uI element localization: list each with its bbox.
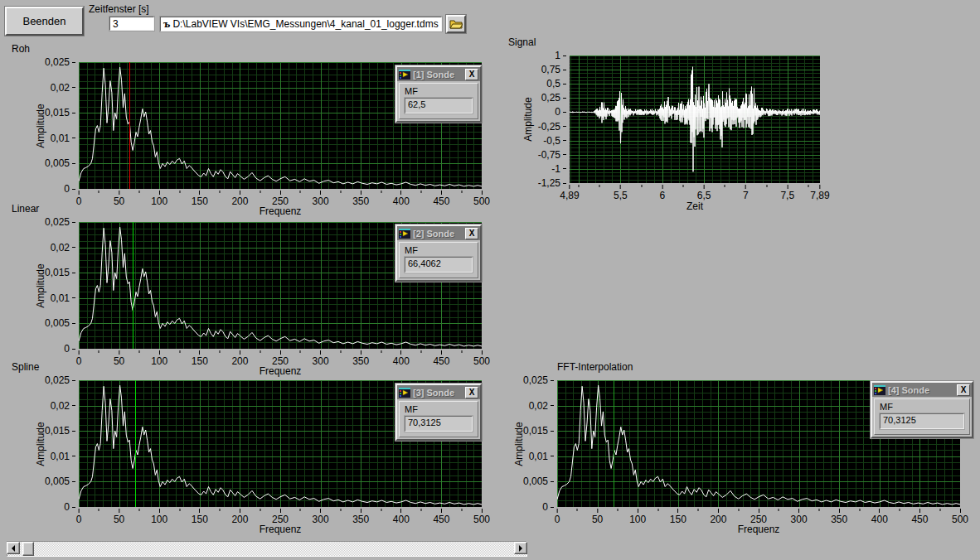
x-axis-minor-tick bbox=[682, 185, 683, 187]
y-axis-tick: -0,5 bbox=[543, 135, 566, 147]
plot-title-fft-interpolation: FFT-Interpolation bbox=[557, 361, 633, 373]
y-axis-tick: 0,25 bbox=[541, 92, 566, 104]
y-axis-tick: 0,01 bbox=[529, 451, 554, 462]
x-axis-minor-tick bbox=[381, 509, 381, 511]
probe-window-title: [2] Sonde bbox=[413, 229, 454, 239]
x-axis-tick: 500 bbox=[473, 191, 490, 207]
x-axis-tick: 400 bbox=[393, 350, 410, 367]
x-axis-minor-tick bbox=[698, 509, 699, 511]
signal-plot-area[interactable] bbox=[570, 56, 820, 183]
x-axis-tick: 300 bbox=[313, 191, 329, 207]
x-axis-minor-tick bbox=[220, 509, 221, 511]
x-axis-tick: 4,89 bbox=[560, 185, 579, 201]
x-axis-minor-tick bbox=[421, 350, 422, 353]
x-axis-tick: 400 bbox=[871, 509, 888, 525]
x-axis-tick: 350 bbox=[352, 509, 369, 525]
x-axis-tick: 100 bbox=[151, 191, 167, 207]
beenden-button[interactable]: Beenden bbox=[5, 7, 84, 36]
x-axis-minor-tick bbox=[99, 191, 99, 193]
x-axis-minor-tick bbox=[818, 509, 819, 511]
folder-open-icon bbox=[449, 19, 463, 29]
x-axis-minor-tick bbox=[260, 191, 260, 193]
x-axis-tick: 500 bbox=[473, 350, 490, 367]
x-axis-tick: 250 bbox=[272, 350, 289, 367]
scrollbar-thumb[interactable] bbox=[22, 542, 34, 556]
horizontal-scrollbar[interactable] bbox=[7, 541, 527, 557]
x-axis-minor-tick bbox=[900, 509, 900, 511]
y-axis-tick: 0,025 bbox=[45, 216, 75, 228]
x-axis-minor-tick bbox=[340, 191, 341, 193]
x-axis-tick: 0 bbox=[76, 350, 82, 367]
x-axis-minor-tick bbox=[99, 350, 99, 353]
probe-window-4-titlebar[interactable]: [4] Sonde X bbox=[872, 383, 972, 397]
x-axis-minor-tick bbox=[766, 185, 767, 187]
y-axis-tick: 0,015 bbox=[45, 425, 75, 437]
zeitfenster-label: Zeitfenster [s] bbox=[89, 3, 149, 15]
linear-y-ticks: 00,0050,010,0150,020,025 bbox=[40, 222, 75, 349]
y-axis-tick: 0,025 bbox=[45, 374, 75, 386]
x-axis-tick: 150 bbox=[192, 509, 208, 525]
x-axis-minor-tick bbox=[220, 350, 221, 353]
probe-window-1-titlebar[interactable]: [1] Sonde X bbox=[397, 67, 480, 81]
x-axis-tick: 50 bbox=[114, 350, 124, 367]
x-axis-minor-tick bbox=[859, 509, 860, 511]
x-axis-tick: 5,5 bbox=[614, 185, 628, 201]
probe-window-title: [4] Sonde bbox=[888, 385, 929, 395]
y-axis-tick: 0,005 bbox=[523, 476, 554, 487]
x-axis-minor-tick bbox=[461, 509, 462, 511]
x-axis-minor-tick bbox=[300, 350, 301, 353]
y-axis-tick: -1 bbox=[551, 163, 566, 175]
y-axis-tick: -0,25 bbox=[538, 121, 566, 133]
linear-x-axis-label: Frequenz bbox=[79, 365, 482, 377]
plot-canvas bbox=[570, 56, 820, 183]
plot-title-linear: Linear bbox=[12, 203, 39, 215]
y-axis-tick: 0,015 bbox=[45, 267, 75, 278]
browse-button[interactable] bbox=[446, 15, 466, 33]
left-arrow-icon bbox=[8, 545, 15, 552]
x-axis-tick: 250 bbox=[272, 191, 289, 207]
close-icon[interactable]: X bbox=[465, 387, 478, 398]
probe-icon bbox=[399, 229, 410, 239]
signal-x-axis-label: Zeit bbox=[570, 200, 820, 212]
close-icon[interactable]: X bbox=[465, 69, 478, 80]
x-axis-tick: 200 bbox=[231, 350, 248, 367]
mf-label: MF bbox=[405, 86, 473, 96]
file-path-field[interactable]: ъ D:\LabVIEW VIs\EMG_Messungen\4_kanal_0… bbox=[160, 17, 442, 31]
x-axis-minor-tick bbox=[260, 350, 260, 353]
mf-label: MF bbox=[880, 402, 964, 412]
x-axis-tick: 7,5 bbox=[780, 185, 794, 201]
x-axis-tick: 450 bbox=[911, 509, 928, 525]
x-axis-tick: 350 bbox=[352, 350, 369, 367]
probe-icon bbox=[399, 388, 410, 398]
zeitfenster-input[interactable] bbox=[109, 17, 154, 31]
probe-window-2-titlebar[interactable]: [2] Sonde X bbox=[397, 226, 480, 240]
spline-y-ticks: 00,0050,010,0150,020,025 bbox=[40, 380, 75, 507]
roh-y-ticks: 00,0050,010,0150,020,025 bbox=[40, 62, 75, 189]
probe-icon bbox=[399, 70, 410, 80]
y-axis-tick: -0,75 bbox=[538, 149, 566, 161]
x-axis-minor-tick bbox=[657, 509, 658, 511]
file-path-value: D:\LabVIEW VIs\EMG_Messungen\4_kanal_01_… bbox=[172, 18, 438, 30]
x-axis-minor-tick bbox=[138, 350, 139, 353]
x-axis-minor-tick bbox=[260, 509, 260, 511]
right-arrow-icon bbox=[519, 545, 526, 552]
x-axis-tick: 250 bbox=[750, 509, 767, 525]
fft-x-axis-label: Frequenz bbox=[557, 524, 960, 535]
scrollbar-right-arrow[interactable] bbox=[514, 542, 527, 554]
scrollbar-left-arrow[interactable] bbox=[7, 542, 20, 554]
path-type-icon: ъ bbox=[163, 19, 170, 30]
y-axis-tick: 0,02 bbox=[51, 400, 75, 412]
probe-window-3-titlebar[interactable]: [3] Sonde X bbox=[397, 385, 480, 399]
close-icon[interactable]: X bbox=[465, 228, 478, 239]
x-axis-minor-tick bbox=[340, 509, 341, 511]
y-axis-tick: 0,005 bbox=[45, 317, 75, 329]
close-icon[interactable]: X bbox=[957, 384, 970, 396]
x-axis-tick: 200 bbox=[231, 509, 248, 525]
x-axis-tick: 350 bbox=[831, 509, 847, 525]
x-axis-tick: 6,5 bbox=[697, 185, 711, 201]
x-axis-tick: 450 bbox=[433, 350, 449, 367]
x-axis-tick: 6 bbox=[659, 185, 665, 201]
x-axis-tick: 200 bbox=[710, 509, 726, 525]
probe-icon bbox=[874, 385, 885, 395]
x-axis-minor-tick bbox=[725, 185, 725, 187]
